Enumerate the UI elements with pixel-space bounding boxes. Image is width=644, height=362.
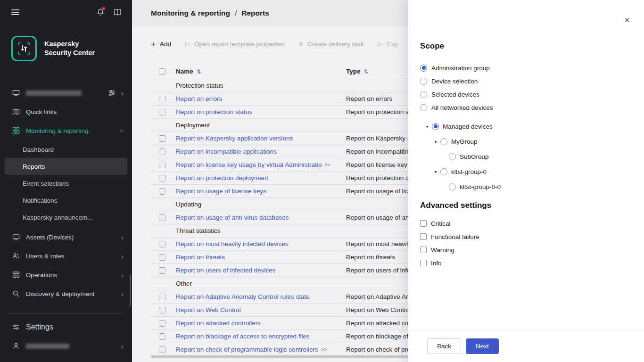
breadcrumb-section[interactable]: Monitoring & reporting (151, 9, 230, 17)
expand-text-icon[interactable]: >> (321, 346, 327, 352)
sidebar-item-quick-links[interactable]: Quick links (0, 102, 132, 121)
report-link[interactable]: Report on Adaptive Anomaly Control rules… (176, 293, 310, 300)
back-button[interactable]: Back (427, 338, 461, 354)
brand-text: Kaspersky Security Center (44, 40, 95, 58)
page-title: Reports (241, 9, 269, 17)
scope-radio-administration-group[interactable]: Administration group (420, 61, 625, 74)
row-checkbox[interactable] (159, 333, 165, 340)
severity-checkbox-functional-failure[interactable]: Functional failure (420, 230, 625, 243)
row-checkbox[interactable] (159, 96, 165, 102)
row-checkbox[interactable] (159, 175, 165, 181)
report-link[interactable]: Report on protection deployment (176, 174, 268, 181)
row-checkbox[interactable] (159, 148, 165, 155)
export-button[interactable]: ▷ Exp (378, 41, 398, 48)
report-link[interactable]: Report on Web Control (176, 306, 241, 313)
chevron-right-icon[interactable]: › (121, 90, 124, 97)
report-link[interactable]: Report on incompatible applications (176, 148, 277, 155)
scope-radio-device-selection[interactable]: Device selection (420, 74, 625, 88)
sidebar-item-server[interactable]: › (0, 83, 132, 102)
close-icon[interactable]: ✕ (622, 15, 632, 25)
brand-line2: Security Center (44, 49, 95, 58)
add-button[interactable]: + Add (151, 40, 171, 48)
radio-label: Selected devices (431, 91, 479, 98)
chevron-right-icon[interactable]: › (121, 343, 124, 350)
row-checkbox[interactable] (159, 135, 165, 142)
sidebar-subitem-dashboard[interactable]: Dashboard (5, 141, 127, 158)
row-checkbox[interactable] (159, 267, 165, 274)
sidebar-scrollbar[interactable] (130, 274, 131, 306)
report-link[interactable]: Report on license key usage by virtual A… (176, 161, 322, 168)
app-root: Kaspersky Security Center › (0, 0, 644, 362)
sidebar-item-users-roles[interactable]: Users & roles › (0, 247, 132, 265)
report-link[interactable]: Report on errors (176, 95, 222, 102)
row-checkbox[interactable] (159, 307, 165, 313)
row-checkbox[interactable] (159, 346, 165, 353)
row-checkbox[interactable] (159, 109, 165, 115)
row-checkbox[interactable] (159, 188, 165, 195)
report-link[interactable]: Report on Kaspersky application versions (176, 135, 293, 142)
report-link[interactable]: Report on most heavily infected devices (176, 240, 289, 247)
row-checkbox[interactable] (159, 294, 165, 300)
report-link[interactable]: Report on threats (176, 254, 225, 261)
report-link[interactable]: Report on protection status (176, 108, 252, 115)
sort-icon[interactable]: ⇅ (197, 68, 201, 75)
menu-toggle-icon[interactable] (11, 9, 19, 15)
row-checkbox[interactable] (159, 214, 165, 221)
expander-icon[interactable]: ▾ (424, 124, 430, 129)
report-link[interactable]: Report on blockage of access to encrypte… (176, 333, 310, 340)
help-docs-icon[interactable] (113, 8, 122, 16)
tree-node-kltst-group-0[interactable]: ▾ kltst-group-0 (420, 164, 625, 179)
sidebar-subitem-reports[interactable]: Reports (5, 158, 127, 175)
sidebar-subitem-notifications[interactable]: Notifications (5, 192, 127, 209)
row-checkbox[interactable] (159, 254, 165, 261)
create-delivery-label: Create delivery task (307, 41, 363, 48)
expand-text-icon[interactable]: >> (324, 162, 330, 167)
report-link[interactable]: Report on check of programmable logic co… (176, 346, 318, 353)
sidebar-item-user-account[interactable]: › (0, 337, 132, 355)
sidebar-item-settings[interactable]: Settings (0, 318, 132, 337)
severity-checkbox-critical[interactable]: Critical (420, 217, 625, 230)
sidebar-item-discovery[interactable]: Discovery & deployment › (0, 284, 132, 303)
notifications-bell-icon[interactable] (96, 8, 105, 16)
report-link[interactable]: Report on usage of license keys (176, 188, 266, 195)
tree-node-kltst-group-0-0[interactable]: ▾ kltst-group-0-0 (420, 179, 625, 194)
play-icon: ▷ (185, 41, 190, 47)
report-link[interactable]: Report on attacked controllers (176, 320, 261, 327)
scope-title: Scope (420, 41, 625, 51)
radio-icon (420, 91, 427, 98)
row-checkbox[interactable] (159, 162, 165, 168)
tree-node-label: MyGroup (451, 138, 478, 145)
scope-radio-selected-devices[interactable]: Selected devices (420, 88, 625, 101)
row-checkbox[interactable] (159, 320, 165, 327)
checkbox-icon (420, 220, 427, 227)
drawer-body: Scope Administration group Device select… (408, 0, 644, 330)
sort-icon[interactable]: ⇅ (364, 68, 369, 75)
report-link[interactable]: Report on usage of anti-virus databases (176, 214, 289, 221)
tree-node-managed-devices[interactable]: ▾ Managed devices (420, 119, 625, 134)
open-template-properties-button[interactable]: ▷ Open report template properties (185, 41, 284, 48)
tree-node-mygroup[interactable]: ▾ MyGroup (420, 134, 625, 149)
sidebar-subitem-event-selections[interactable]: Event selections (5, 175, 127, 192)
scope-radio-all-networked-devices[interactable]: All networked devices (420, 101, 625, 114)
expander-icon[interactable]: ▾ (432, 169, 439, 174)
expander-icon[interactable]: ▾ (432, 139, 439, 144)
radio-label: All networked devices (431, 104, 493, 111)
sidebar-item-assets[interactable]: Assets (Devices) › (0, 228, 132, 247)
redacted-user-name (26, 344, 69, 349)
sidebar-subitem-kaspersky-announcem[interactable]: Kaspersky announcem... (5, 209, 127, 226)
row-checkbox[interactable] (159, 241, 165, 247)
radio-icon (432, 123, 439, 130)
next-button[interactable]: Next (466, 338, 499, 354)
sidebar-item-operations[interactable]: Operations › (0, 265, 132, 284)
create-delivery-task-button[interactable]: + Create delivery task (298, 40, 363, 48)
report-link[interactable]: Report on users of infected devices (176, 267, 276, 274)
play-icon: ▷ (378, 41, 383, 47)
brand-line1: Kaspersky (44, 40, 95, 49)
sidebar-item-monitoring[interactable]: Monitoring & reporting › (0, 121, 132, 140)
sliders-icon[interactable] (108, 89, 116, 97)
select-all-checkbox[interactable] (159, 68, 165, 75)
horizontal-scrollbar[interactable] (151, 355, 408, 358)
tree-node-subgroup[interactable]: ▾ SubGroup (420, 149, 625, 164)
severity-checkbox-info[interactable]: Info (420, 256, 625, 270)
severity-checkbox-warning[interactable]: Warning (420, 243, 625, 256)
